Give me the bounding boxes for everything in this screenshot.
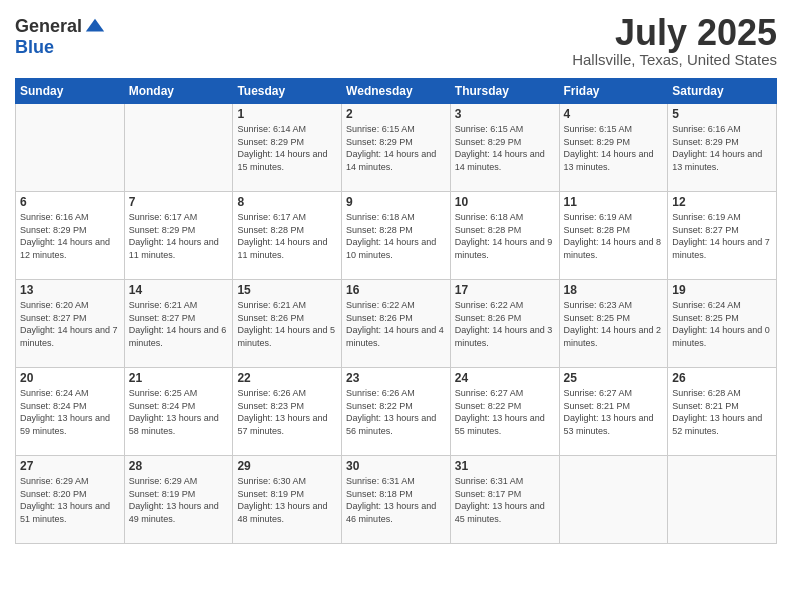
daylight-text: Daylight: 14 hours and 2 minutes. (564, 325, 662, 348)
sunset-text: Sunset: 8:22 PM (455, 401, 522, 411)
daylight-text: Daylight: 14 hours and 4 minutes. (346, 325, 444, 348)
cell-2-2: 15 Sunrise: 6:21 AM Sunset: 8:26 PM Dayl… (233, 280, 342, 368)
cell-2-3: 16 Sunrise: 6:22 AM Sunset: 8:26 PM Dayl… (342, 280, 451, 368)
daylight-text: Daylight: 14 hours and 5 minutes. (237, 325, 335, 348)
day-number: 31 (455, 459, 555, 473)
logo-blue-text: Blue (15, 37, 54, 57)
sunset-text: Sunset: 8:27 PM (129, 313, 196, 323)
sunset-text: Sunset: 8:27 PM (20, 313, 87, 323)
sunrise-text: Sunrise: 6:22 AM (455, 300, 524, 310)
cell-2-4: 17 Sunrise: 6:22 AM Sunset: 8:26 PM Dayl… (450, 280, 559, 368)
cell-4-5 (559, 456, 668, 544)
sunset-text: Sunset: 8:20 PM (20, 489, 87, 499)
header: General Blue July 2025 Hallsville, Texas… (15, 15, 777, 68)
sunset-text: Sunset: 8:18 PM (346, 489, 413, 499)
cell-1-6: 12 Sunrise: 6:19 AM Sunset: 8:27 PM Dayl… (668, 192, 777, 280)
daylight-text: Daylight: 13 hours and 51 minutes. (20, 501, 110, 524)
cell-4-2: 29 Sunrise: 6:30 AM Sunset: 8:19 PM Dayl… (233, 456, 342, 544)
daylight-text: Daylight: 13 hours and 58 minutes. (129, 413, 219, 436)
sunrise-text: Sunrise: 6:27 AM (564, 388, 633, 398)
weekday-header-row: Sunday Monday Tuesday Wednesday Thursday… (16, 79, 777, 104)
day-number: 24 (455, 371, 555, 385)
sunset-text: Sunset: 8:17 PM (455, 489, 522, 499)
sunset-text: Sunset: 8:29 PM (564, 137, 631, 147)
sunset-text: Sunset: 8:27 PM (672, 225, 739, 235)
daylight-text: Daylight: 14 hours and 7 minutes. (672, 237, 770, 260)
cell-0-3: 2 Sunrise: 6:15 AM Sunset: 8:29 PM Dayli… (342, 104, 451, 192)
day-number: 10 (455, 195, 555, 209)
sunrise-text: Sunrise: 6:17 AM (237, 212, 306, 222)
week-row-2: 13 Sunrise: 6:20 AM Sunset: 8:27 PM Dayl… (16, 280, 777, 368)
daylight-text: Daylight: 14 hours and 0 minutes. (672, 325, 770, 348)
day-number: 11 (564, 195, 664, 209)
daylight-text: Daylight: 14 hours and 11 minutes. (237, 237, 327, 260)
daylight-text: Daylight: 14 hours and 10 minutes. (346, 237, 436, 260)
day-number: 7 (129, 195, 229, 209)
cell-3-4: 24 Sunrise: 6:27 AM Sunset: 8:22 PM Dayl… (450, 368, 559, 456)
day-number: 29 (237, 459, 337, 473)
day-number: 14 (129, 283, 229, 297)
sunset-text: Sunset: 8:29 PM (346, 137, 413, 147)
cell-1-1: 7 Sunrise: 6:17 AM Sunset: 8:29 PM Dayli… (124, 192, 233, 280)
day-number: 4 (564, 107, 664, 121)
day-number: 28 (129, 459, 229, 473)
week-row-1: 6 Sunrise: 6:16 AM Sunset: 8:29 PM Dayli… (16, 192, 777, 280)
cell-2-0: 13 Sunrise: 6:20 AM Sunset: 8:27 PM Dayl… (16, 280, 125, 368)
daylight-text: Daylight: 14 hours and 15 minutes. (237, 149, 327, 172)
day-number: 6 (20, 195, 120, 209)
sunset-text: Sunset: 8:28 PM (564, 225, 631, 235)
sunrise-text: Sunrise: 6:29 AM (20, 476, 89, 486)
header-tuesday: Tuesday (233, 79, 342, 104)
daylight-text: Daylight: 13 hours and 52 minutes. (672, 413, 762, 436)
sunset-text: Sunset: 8:23 PM (237, 401, 304, 411)
sunrise-text: Sunrise: 6:21 AM (129, 300, 198, 310)
cell-2-5: 18 Sunrise: 6:23 AM Sunset: 8:25 PM Dayl… (559, 280, 668, 368)
logo-text: General Blue (15, 15, 106, 58)
day-number: 5 (672, 107, 772, 121)
sunrise-text: Sunrise: 6:15 AM (346, 124, 415, 134)
cell-0-1 (124, 104, 233, 192)
sunrise-text: Sunrise: 6:15 AM (564, 124, 633, 134)
day-number: 18 (564, 283, 664, 297)
sunset-text: Sunset: 8:21 PM (564, 401, 631, 411)
sunset-text: Sunset: 8:19 PM (129, 489, 196, 499)
sunset-text: Sunset: 8:28 PM (455, 225, 522, 235)
sunset-text: Sunset: 8:29 PM (672, 137, 739, 147)
cell-1-4: 10 Sunrise: 6:18 AM Sunset: 8:28 PM Dayl… (450, 192, 559, 280)
cell-1-2: 8 Sunrise: 6:17 AM Sunset: 8:28 PM Dayli… (233, 192, 342, 280)
cell-3-1: 21 Sunrise: 6:25 AM Sunset: 8:24 PM Dayl… (124, 368, 233, 456)
sunset-text: Sunset: 8:25 PM (564, 313, 631, 323)
cell-4-0: 27 Sunrise: 6:29 AM Sunset: 8:20 PM Dayl… (16, 456, 125, 544)
daylight-text: Daylight: 13 hours and 57 minutes. (237, 413, 327, 436)
sunset-text: Sunset: 8:29 PM (237, 137, 304, 147)
sunset-text: Sunset: 8:24 PM (129, 401, 196, 411)
day-number: 19 (672, 283, 772, 297)
day-number: 8 (237, 195, 337, 209)
title-block: July 2025 Hallsville, Texas, United Stat… (572, 15, 777, 68)
sunset-text: Sunset: 8:26 PM (237, 313, 304, 323)
week-row-4: 27 Sunrise: 6:29 AM Sunset: 8:20 PM Dayl… (16, 456, 777, 544)
day-number: 26 (672, 371, 772, 385)
sunrise-text: Sunrise: 6:24 AM (20, 388, 89, 398)
daylight-text: Daylight: 14 hours and 3 minutes. (455, 325, 553, 348)
logo: General Blue (15, 15, 106, 58)
sunrise-text: Sunrise: 6:23 AM (564, 300, 633, 310)
cell-3-3: 23 Sunrise: 6:26 AM Sunset: 8:22 PM Dayl… (342, 368, 451, 456)
calendar-table: Sunday Monday Tuesday Wednesday Thursday… (15, 78, 777, 544)
day-number: 20 (20, 371, 120, 385)
cell-3-2: 22 Sunrise: 6:26 AM Sunset: 8:23 PM Dayl… (233, 368, 342, 456)
sunrise-text: Sunrise: 6:31 AM (455, 476, 524, 486)
day-number: 15 (237, 283, 337, 297)
day-number: 2 (346, 107, 446, 121)
sunrise-text: Sunrise: 6:25 AM (129, 388, 198, 398)
daylight-text: Daylight: 14 hours and 13 minutes. (564, 149, 654, 172)
sunset-text: Sunset: 8:26 PM (455, 313, 522, 323)
daylight-text: Daylight: 13 hours and 59 minutes. (20, 413, 110, 436)
sunset-text: Sunset: 8:29 PM (129, 225, 196, 235)
day-number: 30 (346, 459, 446, 473)
daylight-text: Daylight: 14 hours and 14 minutes. (455, 149, 545, 172)
week-row-3: 20 Sunrise: 6:24 AM Sunset: 8:24 PM Dayl… (16, 368, 777, 456)
sunrise-text: Sunrise: 6:27 AM (455, 388, 524, 398)
sunrise-text: Sunrise: 6:16 AM (672, 124, 741, 134)
cell-3-5: 25 Sunrise: 6:27 AM Sunset: 8:21 PM Dayl… (559, 368, 668, 456)
